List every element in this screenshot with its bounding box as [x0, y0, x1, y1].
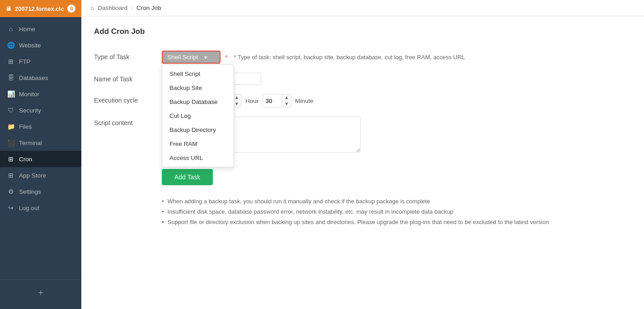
main-content: ⌂ Dashboard / Cron Job Add Cron Job Type… [81, 0, 644, 309]
minute-down-btn[interactable]: ▼ [282, 101, 291, 107]
breadcrumb: ⌂ Dashboard / Cron Job [81, 0, 644, 16]
minute-input-wrap: ▲ ▼ [262, 94, 291, 108]
sidebar-item-files-label: Files [19, 123, 32, 130]
breadcrumb-separator: / [131, 5, 133, 11]
minute-input[interactable] [263, 95, 282, 107]
sidebar-item-monitor[interactable]: 📊 Monitor [0, 86, 81, 102]
hour-label: Hour [245, 98, 259, 104]
task-type-hint: * Type of task: shell script, backup sit… [234, 54, 465, 61]
sidebar-item-ftp-label: FTP [19, 58, 31, 65]
sidebar-header: 🖥 200712.fornex.clc 0 [0, 0, 81, 17]
sidebar-item-home-label: Home [19, 26, 35, 33]
note-2-text: Insufficient disk space, database passwo… [168, 208, 454, 215]
sidebar-item-website-label: Website [19, 42, 41, 49]
sidebar-item-settings-label: Settings [19, 188, 41, 195]
execution-cycle-label: Execution cycle [94, 94, 162, 104]
dropdown-item-free-ram[interactable]: Free RAM [162, 137, 234, 151]
required-asterisk: * [225, 54, 227, 61]
page-title: Add Cron Job [94, 27, 631, 36]
logout-icon: ↪ [7, 204, 14, 211]
server-icon: 🖥 [5, 5, 11, 12]
add-task-button[interactable]: Add Task [162, 169, 213, 185]
form-section: Type of Task Shell Script Shell Script B… [94, 47, 631, 165]
sidebar-item-website[interactable]: 🌐 Website [0, 37, 81, 53]
note-item-2: Insufficient disk space, database passwo… [162, 208, 631, 215]
server-title: 200712.fornex.clc [15, 5, 64, 12]
sidebar: 🖥 200712.fornex.clc 0 ⌂ Home 🌐 Website ⊞… [0, 0, 81, 309]
notification-badge: 0 [67, 5, 75, 13]
shield-icon: 🛡 [7, 107, 14, 114]
task-type-value: Shell Script [167, 54, 198, 61]
monitor-icon: 📊 [7, 90, 14, 98]
type-of-task-row: Type of Task Shell Script Shell Script B… [94, 51, 631, 64]
sidebar-item-ftp[interactable]: ⊞ FTP [0, 53, 81, 70]
dropdown-item-backup-directory[interactable]: Backup Directory [162, 123, 234, 137]
sidebar-item-logout[interactable]: ↪ Log out [0, 200, 81, 216]
type-of-task-label: Type of Task [94, 51, 162, 61]
globe-icon: 🌐 [7, 42, 14, 49]
sidebar-item-databases[interactable]: 🗄 Databases [0, 70, 81, 86]
folder-icon: 📁 [7, 123, 14, 130]
sidebar-item-terminal[interactable]: ⬛ Terminal [0, 135, 81, 151]
add-button[interactable]: + [0, 284, 81, 302]
sidebar-item-appstore[interactable]: ⊞ App Store [0, 167, 81, 183]
note-item-1: When adding a backup task, you should ru… [162, 198, 631, 205]
note-1-text: When adding a backup task, you should ru… [168, 198, 430, 205]
breadcrumb-current: Cron Job [136, 5, 161, 11]
note-item-3: Support file or directory exclusion when… [162, 219, 631, 225]
task-type-dropdown-btn[interactable]: Shell Script [162, 51, 221, 64]
dropdown-item-shell-script[interactable]: Shell Script [162, 67, 234, 81]
sidebar-footer: + [0, 279, 81, 309]
sidebar-nav: ⌂ Home 🌐 Website ⊞ FTP 🗄 Databases 📊 Mon… [0, 17, 81, 279]
dropdown-item-backup-database[interactable]: Backup Database [162, 95, 234, 109]
dropdown-item-cut-log[interactable]: Cut Log [162, 109, 234, 123]
sidebar-item-appstore-label: App Store [19, 172, 46, 179]
database-icon: 🗄 [7, 74, 14, 81]
sidebar-item-settings[interactable]: ⚙ Settings [0, 183, 81, 200]
home-icon: ⌂ [7, 25, 14, 33]
dropdown-item-access-url[interactable]: Access URL [162, 151, 234, 165]
sidebar-item-terminal-label: Terminal [19, 140, 42, 146]
sidebar-item-security[interactable]: 🛡 Security [0, 102, 81, 118]
sidebar-item-files[interactable]: 📁 Files [0, 118, 81, 135]
script-content-label: Script content [94, 117, 162, 126]
cron-icon: ⊞ [7, 155, 14, 163]
sidebar-item-cron[interactable]: ⊞ Cron [0, 151, 81, 167]
terminal-icon: ⬛ [7, 139, 14, 146]
settings-icon: ⚙ [7, 188, 14, 195]
minute-up-btn[interactable]: ▲ [282, 94, 291, 101]
sidebar-item-databases-label: Databases [19, 75, 48, 81]
type-of-task-field: Shell Script Shell Script Backup Site Ba… [162, 51, 465, 64]
sidebar-item-monitor-label: Monitor [19, 91, 39, 98]
sidebar-item-cron-label: Cron [19, 156, 32, 163]
minute-arrows: ▲ ▼ [282, 94, 291, 107]
sidebar-item-home[interactable]: ⌂ Home [0, 21, 81, 37]
home-breadcrumb-icon: ⌂ [90, 5, 94, 11]
task-type-dropdown-wrapper: Shell Script Shell Script Backup Site Ba… [162, 51, 221, 64]
sidebar-item-security-label: Security [19, 107, 41, 114]
minute-label: Minute [295, 98, 314, 104]
dropdown-item-backup-site[interactable]: Backup Site [162, 81, 234, 95]
name-of-task-label: Name of Task [94, 73, 162, 83]
notes-section: When adding a backup task, you should ru… [94, 198, 631, 225]
note-3-text: Support file or directory exclusion when… [168, 219, 549, 225]
appstore-icon: ⊞ [7, 172, 14, 179]
ftp-icon: ⊞ [7, 58, 14, 65]
content-area: Add Cron Job Type of Task Shell Script S… [81, 16, 644, 309]
sidebar-item-logout-label: Log out [19, 205, 39, 211]
task-type-dropdown-menu: Shell Script Backup Site Backup Database… [162, 65, 234, 167]
breadcrumb-home[interactable]: Dashboard [98, 5, 127, 11]
